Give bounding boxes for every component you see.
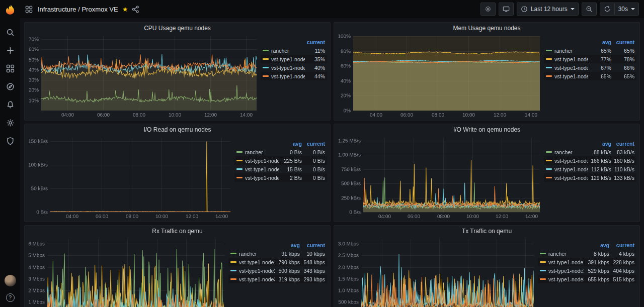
legend-row[interactable]: vst-type1-node215 B/s0 B/s — [234, 165, 327, 173]
grafana-logo-icon[interactable] — [4, 3, 17, 16]
legend-row[interactable]: rancher0 B/s0 B/s — [234, 148, 327, 156]
legend: avgcurrent rancher0 B/s0 B/s vst-type1-n… — [234, 135, 327, 220]
legend-row[interactable]: vst-type1-node365%65% — [544, 72, 636, 80]
configuration-gear-icon[interactable] — [6, 119, 15, 127]
legend-row[interactable]: vst-type1-node3129 kB/s133 kB/s — [544, 173, 636, 182]
panel-cpu-usage: CPU Usage qemu nodes current rancher11% … — [24, 22, 331, 121]
legend-row[interactable]: vst-type1-node135% — [261, 55, 327, 63]
mem-usage-chart[interactable] — [336, 33, 542, 119]
legend-row[interactable]: vst-type1-node2112 kB/s110 kB/s — [544, 165, 636, 173]
refresh-button[interactable] — [600, 3, 614, 16]
user-avatar[interactable] — [5, 275, 16, 286]
legend-row[interactable]: vst-type1-node32 B/s0 B/s — [234, 173, 327, 182]
panel-io-write: I/O Write on qemu nodes avgcurrent ranch… — [334, 124, 640, 222]
panel-io-read: I/O Read on qemu nodes avgcurrent ranche… — [24, 124, 331, 222]
legend-header-current[interactable]: current — [611, 141, 634, 147]
series-color-icon — [540, 261, 546, 263]
legend-row[interactable]: vst-type1-node177%78% — [544, 55, 636, 63]
legend-row[interactable]: vst-type1-node3319 kbps293 kbps — [228, 275, 327, 283]
panel-title[interactable]: Rx Traffic on qemu — [25, 226, 330, 236]
dashboard-grid: CPU Usage qemu nodes current rancher11% … — [20, 18, 644, 307]
sidebar: ? — [0, 0, 20, 307]
legend-row[interactable]: vst-type1-node1790 kbps548 kbps — [228, 258, 327, 266]
time-range-picker[interactable]: Last 12 hours — [517, 3, 579, 16]
legend: avgcurrent rancher88 kB/s83 kB/s vst-typ… — [544, 135, 636, 220]
legend-header-avg[interactable]: avg — [279, 141, 302, 147]
io-write-chart[interactable] — [336, 135, 542, 220]
rx-traffic-chart[interactable] — [27, 236, 226, 307]
legend-row[interactable]: vst-type1-node1166 kB/s160 kB/s — [544, 156, 636, 165]
legend-header-current[interactable]: current — [300, 242, 325, 248]
search-icon[interactable] — [6, 28, 15, 37]
legend-row[interactable]: rancher88 kB/s83 kB/s — [544, 148, 636, 156]
legend-row[interactable]: rancher91 kbps10 kbps — [228, 249, 327, 258]
panel-title[interactable]: Tx Traffic on qemu — [334, 226, 639, 236]
series-color-icon — [236, 177, 243, 178]
clock-icon — [521, 6, 528, 13]
top-nav: Infrastructure / Proxmox VE ★ Last 12 ho… — [20, 0, 644, 18]
alerting-bell-icon[interactable] — [6, 100, 15, 109]
panel-title[interactable]: I/O Read on qemu nodes — [25, 124, 330, 135]
legend: avgcurrent rancher91 kbps10 kbps vst-typ… — [228, 236, 327, 307]
series-color-icon — [546, 168, 552, 170]
legend: avgcurrent rancher8 kbps4 kbps vst-type1… — [538, 236, 636, 307]
legend-row[interactable]: vst-type1-node2500 kbps343 kbps — [228, 266, 327, 275]
legend-header-current[interactable]: current — [302, 141, 325, 147]
cpu-usage-chart[interactable] — [27, 33, 259, 119]
add-icon[interactable] — [6, 46, 15, 55]
main-area: Infrastructure / Proxmox VE ★ Last 12 ho… — [20, 0, 644, 307]
sidebar-bottom: ? — [5, 275, 16, 302]
legend: avgcurrent rancher65%65% vst-type1-node1… — [544, 33, 636, 119]
nav-actions: Last 12 hours 30s — [480, 3, 639, 16]
legend-header-current[interactable]: current — [611, 39, 634, 45]
panel-title[interactable]: CPU Usage qemu nodes — [25, 23, 330, 33]
series-color-icon — [546, 160, 552, 161]
server-admin-shield-icon[interactable] — [6, 137, 15, 145]
panel-title[interactable]: Mem Usage qemu nodes — [334, 23, 639, 33]
share-icon[interactable] — [132, 6, 139, 13]
legend-row[interactable]: vst-type1-node2529 kbps404 kbps — [538, 266, 636, 275]
legend-row[interactable]: vst-type1-node344% — [261, 72, 327, 80]
legend-row[interactable]: vst-type1-node1391 kbps228 kbps — [538, 258, 636, 266]
series-color-icon — [546, 50, 552, 51]
legend-header-avg[interactable]: avg — [588, 39, 611, 45]
series-color-icon — [263, 67, 269, 68]
legend-header-avg[interactable]: avg — [584, 242, 609, 248]
series-color-icon — [236, 151, 243, 153]
tx-traffic-chart[interactable] — [336, 236, 536, 307]
series-color-icon — [263, 58, 269, 60]
legend-header-avg[interactable]: avg — [588, 141, 611, 147]
dashboards-icon[interactable] — [6, 64, 15, 73]
panel-mem-usage: Mem Usage qemu nodes avgcurrent rancher6… — [334, 22, 640, 121]
zoom-out-button[interactable] — [582, 3, 597, 16]
legend-row[interactable]: rancher65%65% — [544, 46, 636, 55]
chevron-down-icon — [571, 8, 575, 10]
legend-row[interactable]: vst-type1-node267%66% — [544, 63, 636, 72]
legend-row[interactable]: vst-type1-node3655 kbps515 kbps — [538, 275, 636, 283]
tv-mode-button[interactable] — [499, 3, 514, 16]
series-color-icon — [236, 168, 243, 170]
legend-header-current[interactable]: current — [305, 39, 325, 45]
legend-header-avg[interactable]: avg — [275, 242, 300, 248]
series-color-icon — [263, 50, 269, 51]
help-icon[interactable]: ? — [6, 293, 15, 302]
favorite-star-icon[interactable]: ★ — [122, 6, 128, 13]
panel-title[interactable]: I/O Write on qemu nodes — [334, 124, 639, 135]
legend-row[interactable]: vst-type1-node1225 B/s0 B/s — [234, 156, 327, 165]
refresh-interval-label: 30s — [618, 6, 628, 13]
panel-tx-traffic: Tx Traffic on qemu avgcurrent rancher8 k… — [334, 225, 640, 307]
explore-compass-icon[interactable] — [6, 82, 15, 91]
legend-row[interactable]: rancher11% — [261, 46, 327, 55]
dashboard-title[interactable]: Infrastructure / Proxmox VE — [38, 6, 118, 13]
refresh-interval-picker[interactable]: 30s — [614, 3, 639, 16]
dashboard-settings-button[interactable] — [480, 3, 496, 16]
legend-row[interactable]: rancher8 kbps4 kbps — [538, 249, 636, 258]
legend-header-current[interactable]: current — [609, 242, 634, 248]
series-color-icon — [540, 253, 546, 254]
io-read-chart[interactable] — [27, 135, 232, 220]
series-color-icon — [236, 160, 243, 161]
series-color-icon — [230, 253, 236, 254]
series-color-icon — [546, 75, 552, 77]
legend-row[interactable]: vst-type1-node240% — [261, 63, 327, 72]
grafana-app: ? Infrastructure / Proxmox VE ★ — [0, 0, 644, 307]
